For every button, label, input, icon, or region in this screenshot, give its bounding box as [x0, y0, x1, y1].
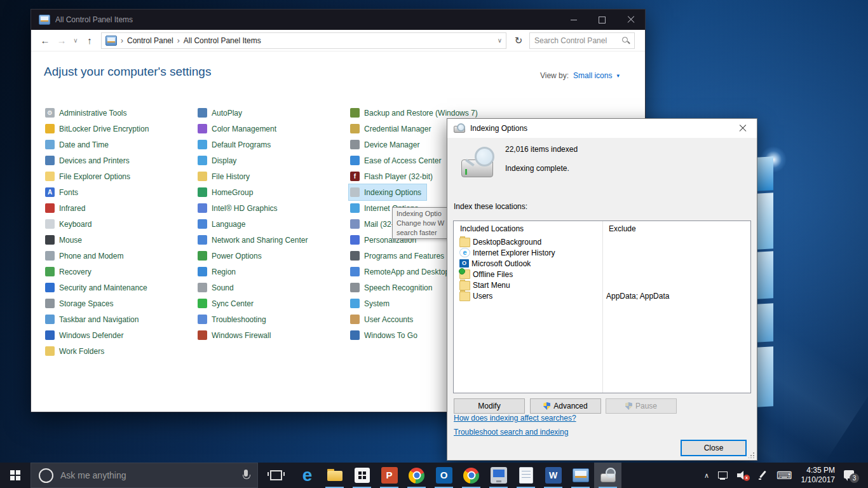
cpl-item-region[interactable]: Region	[196, 264, 241, 280]
location-row-internet-explorer-history[interactable]: eInternet Explorer History	[454, 247, 750, 258]
cpl-item-work-folders[interactable]: Work Folders	[44, 343, 109, 359]
cpl-item-label: Devices and Printers	[59, 156, 130, 165]
cpl-item-taskbar-and-navigation[interactable]: Taskbar and Navigation	[44, 311, 144, 327]
taskbar-app-powerpoint[interactable]: P	[376, 463, 403, 488]
recent-pages-dropdown[interactable]: ∨	[72, 37, 79, 44]
cpl-item-device-manager[interactable]: Device Manager	[349, 137, 424, 152]
cpl-item-network-and-sharing-center[interactable]: Network and Sharing Center	[196, 232, 313, 248]
search-icon[interactable]	[622, 37, 630, 44]
touch-keyboard-icon[interactable]: ⌨	[776, 470, 792, 481]
cpl-item-windows-firewall[interactable]: Windows Firewall	[196, 327, 276, 343]
cpl-item-credential-manager[interactable]: Credential Manager	[349, 121, 436, 137]
start-button[interactable]	[0, 463, 31, 488]
cortana-search-input[interactable]: Ask me anything	[31, 463, 258, 488]
cpl-item-fonts[interactable]: AFonts	[44, 184, 83, 200]
cpl-item-language[interactable]: Language	[196, 216, 250, 232]
address-dropdown-icon[interactable]: ∨	[498, 37, 502, 44]
cpl-item-default-programs[interactable]: Default Programs	[196, 137, 276, 152]
location-row-start-menu[interactable]: Start Menu	[454, 280, 750, 290]
cpl-item-devices-and-printers[interactable]: Devices and Printers	[44, 152, 135, 168]
volume-muted-icon[interactable]: x	[737, 470, 750, 480]
cpl-item-ease-of-access-center[interactable]: Ease of Access Center	[349, 152, 446, 168]
advanced-button[interactable]: Advanced	[530, 398, 601, 414]
cpl-item-date-and-time[interactable]: Date and Time	[44, 137, 114, 152]
chevron-down-icon[interactable]: ▾	[616, 72, 620, 79]
cpl-item-sync-center[interactable]: Sync Center	[196, 295, 259, 311]
minimize-button[interactable]	[559, 10, 588, 30]
cpl-item-windows-defender[interactable]: Windows Defender	[44, 327, 128, 343]
troubleshoot-link[interactable]: Troubleshoot search and indexing	[454, 428, 568, 437]
dialog-close-button[interactable]	[728, 119, 757, 138]
up-button[interactable]: ↑	[83, 35, 96, 46]
taskbar-app-chrome[interactable]	[458, 463, 485, 488]
location-row-desktopbackground[interactable]: DesktopBackground	[454, 236, 750, 247]
cpl-item-user-accounts[interactable]: User Accounts	[349, 311, 418, 327]
resize-grip[interactable]	[749, 452, 755, 458]
microphone-icon[interactable]	[242, 470, 250, 482]
taskbar-app-remote-desktop[interactable]	[485, 463, 512, 488]
taskbar-app-word[interactable]: W	[539, 463, 567, 488]
back-button[interactable]: ←	[39, 35, 51, 46]
taskbar-app-indexing-options[interactable]	[594, 463, 621, 488]
remoteapp-icon	[350, 267, 360, 276]
indexing-help-link[interactable]: How does indexing affect searches?	[454, 414, 576, 423]
cpl-item-autoplay[interactable]: AutoPlay	[196, 105, 247, 121]
action-center-button[interactable]: 3	[844, 470, 857, 481]
cpl-item-file-explorer-options[interactable]: File Explorer Options	[44, 168, 135, 184]
taskbar-app-outlook[interactable]: O	[430, 463, 458, 488]
pen-icon[interactable]	[759, 470, 768, 480]
pause-button[interactable]: Pause	[606, 398, 677, 414]
view-by-value[interactable]: Small icons	[573, 71, 612, 80]
modify-button[interactable]: Modify	[454, 398, 525, 414]
close-button[interactable]	[616, 10, 645, 30]
dialog-close-action-button[interactable]: Close	[681, 440, 747, 456]
cpl-item-file-history[interactable]: File History	[196, 168, 255, 184]
cpl-item-storage-spaces[interactable]: Storage Spaces	[44, 295, 118, 311]
cpl-item-phone-and-modem[interactable]: Phone and Modem	[44, 248, 128, 264]
cpl-item-keyboard[interactable]: Keyboard	[44, 216, 97, 232]
cpl-item-display[interactable]: Display	[196, 152, 241, 168]
cpl-item-administrative-tools[interactable]: ⚙Administrative Tools	[44, 105, 132, 121]
cpl-item-recovery[interactable]: Recovery	[44, 264, 97, 280]
cpl-item-troubleshooting[interactable]: Troubleshooting	[196, 311, 271, 327]
taskbar-app-notepad[interactable]	[512, 463, 539, 488]
location-row-offline-files[interactable]: Offline Files	[454, 269, 750, 280]
refresh-button[interactable]: ↻	[512, 35, 526, 46]
cpl-item-bitlocker-drive-encryption[interactable]: BitLocker Drive Encryption	[44, 121, 154, 137]
cpl-item-windows-to-go[interactable]: Windows To Go	[349, 327, 423, 343]
breadcrumb-control-panel[interactable]: Control Panel	[127, 36, 173, 45]
tray-overflow-button[interactable]: ∧	[704, 471, 709, 480]
cpl-item-security-and-maintenance[interactable]: Security and Maintenance	[44, 280, 153, 295]
cpl-item-indexing-options[interactable]: Indexing Options	[349, 184, 426, 200]
cpl-item-speech-recognition[interactable]: Speech Recognition	[349, 280, 437, 295]
cpl-item-mouse[interactable]: Mouse	[44, 232, 87, 248]
cpl-item-homegroup[interactable]: HomeGroup	[196, 184, 258, 200]
cpl-item-color-management[interactable]: Color Management	[196, 121, 281, 137]
location-row-microsoft-outlook[interactable]: OMicrosoft Outlook	[454, 258, 750, 269]
taskbar-app-chrome[interactable]	[403, 463, 430, 488]
cpl-item-flash-player-32-bit[interactable]: fFlash Player (32-bit)	[349, 168, 438, 184]
clock[interactable]: 4:35 PM 1/10/2017	[801, 466, 835, 485]
forward-button[interactable]: →	[55, 35, 68, 46]
task-view-button[interactable]	[258, 463, 294, 488]
taskbar-app-microsoft-edge[interactable]: e	[294, 463, 321, 488]
maximize-button[interactable]	[588, 10, 616, 30]
dialog-title-bar[interactable]: Indexing Options	[447, 119, 757, 138]
location-row-users[interactable]: UsersAppData; AppData	[454, 290, 750, 301]
cpl-item-power-options[interactable]: Power Options	[196, 248, 267, 264]
taskbar-app-file-explorer[interactable]	[321, 463, 348, 488]
search-input[interactable]: Search Control Panel	[529, 32, 635, 49]
minimize-icon	[571, 20, 577, 20]
address-bar[interactable]: › Control Panel › All Control Panel Item…	[101, 32, 506, 49]
taskbar-app-control-panel[interactable]	[567, 463, 594, 488]
taskbar-app-windows-store[interactable]	[348, 463, 376, 488]
cpl-item-sound[interactable]: Sound	[196, 280, 239, 295]
cpl-item-programs-and-features[interactable]: Programs and Features	[349, 248, 449, 264]
title-bar[interactable]: All Control Panel Items	[31, 10, 645, 30]
cpl-item-system[interactable]: System	[349, 295, 395, 311]
devices-and-printers-icon	[45, 156, 55, 165]
network-icon[interactable]	[718, 471, 728, 480]
breadcrumb-all-items[interactable]: All Control Panel Items	[184, 36, 261, 45]
cpl-item-intel-hd-graphics[interactable]: Intel® HD Graphics	[196, 200, 283, 216]
cpl-item-infrared[interactable]: Infrared	[44, 200, 90, 216]
